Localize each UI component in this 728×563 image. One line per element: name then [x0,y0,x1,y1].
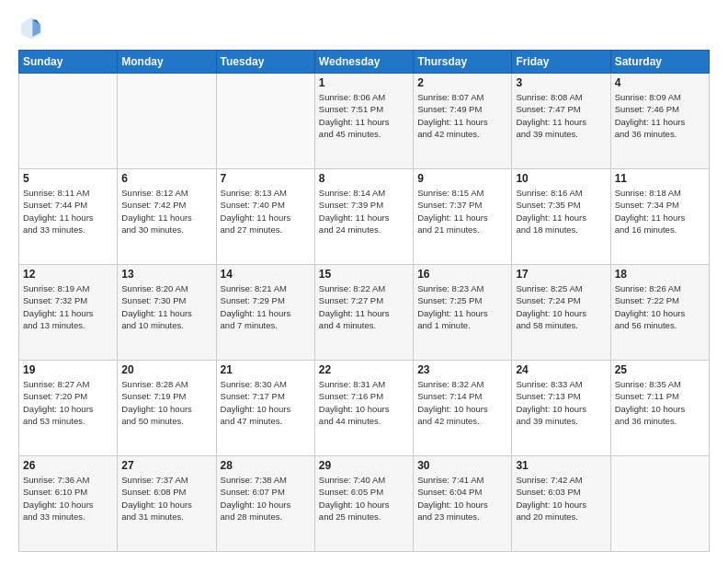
day-number: 16 [417,268,507,281]
calendar-cell: 25Sunrise: 8:35 AMSunset: 7:11 PMDayligh… [610,361,709,456]
weekday-header: Monday [118,51,216,74]
calendar-cell: 16Sunrise: 8:23 AMSunset: 7:25 PMDayligh… [414,265,512,361]
calendar-cell: 5Sunrise: 8:11 AMSunset: 7:44 PMDaylight… [19,169,118,265]
day-info: Sunrise: 8:33 AMSunset: 7:13 PMDaylight:… [516,378,606,427]
calendar-cell: 31Sunrise: 7:42 AMSunset: 6:03 PMDayligh… [512,456,610,552]
calendar: SundayMondayTuesdayWednesdayThursdayFrid… [18,50,710,552]
day-info: Sunrise: 8:09 AMSunset: 7:46 PMDaylight:… [615,91,705,140]
day-info: Sunrise: 8:21 AMSunset: 7:29 PMDaylight:… [221,282,311,331]
calendar-week-row: 19Sunrise: 8:27 AMSunset: 7:20 PMDayligh… [19,361,710,456]
day-number: 6 [121,172,211,185]
calendar-cell: 6Sunrise: 8:12 AMSunset: 7:42 PMDaylight… [118,169,216,265]
day-number: 27 [121,459,211,472]
weekday-header: Friday [512,51,610,74]
day-number: 13 [121,268,211,281]
calendar-cell: 21Sunrise: 8:30 AMSunset: 7:17 PMDayligh… [216,361,314,456]
day-number: 3 [516,76,606,89]
day-info: Sunrise: 8:25 AMSunset: 7:24 PMDaylight:… [516,282,606,331]
header [18,15,710,40]
day-info: Sunrise: 7:38 AMSunset: 6:07 PMDaylight:… [221,474,311,523]
calendar-cell: 3Sunrise: 8:08 AMSunset: 7:47 PMDaylight… [512,74,610,169]
calendar-cell: 19Sunrise: 8:27 AMSunset: 7:20 PMDayligh… [19,361,118,456]
calendar-week-row: 26Sunrise: 7:36 AMSunset: 6:10 PMDayligh… [19,456,710,552]
day-number: 12 [23,268,113,281]
day-info: Sunrise: 8:35 AMSunset: 7:11 PMDaylight:… [615,378,705,427]
calendar-cell: 22Sunrise: 8:31 AMSunset: 7:16 PMDayligh… [314,361,413,456]
calendar-cell: 26Sunrise: 7:36 AMSunset: 6:10 PMDayligh… [19,456,118,552]
day-info: Sunrise: 7:36 AMSunset: 6:10 PMDaylight:… [23,474,113,523]
calendar-cell: 9Sunrise: 8:15 AMSunset: 7:37 PMDaylight… [414,169,512,265]
day-number: 22 [319,363,409,376]
day-info: Sunrise: 8:11 AMSunset: 7:44 PMDaylight:… [23,187,113,236]
day-info: Sunrise: 8:18 AMSunset: 7:34 PMDaylight:… [615,187,705,236]
calendar-cell: 23Sunrise: 8:32 AMSunset: 7:14 PMDayligh… [414,361,512,456]
day-info: Sunrise: 8:07 AMSunset: 7:49 PMDaylight:… [417,91,507,140]
day-info: Sunrise: 7:40 AMSunset: 6:05 PMDaylight:… [319,474,409,523]
calendar-week-row: 5Sunrise: 8:11 AMSunset: 7:44 PMDaylight… [19,169,710,265]
calendar-week-row: 12Sunrise: 8:19 AMSunset: 7:32 PMDayligh… [19,265,710,361]
calendar-cell: 24Sunrise: 8:33 AMSunset: 7:13 PMDayligh… [512,361,610,456]
day-number: 11 [615,172,705,185]
day-info: Sunrise: 8:30 AMSunset: 7:17 PMDaylight:… [221,378,311,427]
day-number: 24 [516,363,606,376]
day-info: Sunrise: 8:32 AMSunset: 7:14 PMDaylight:… [417,378,507,427]
day-info: Sunrise: 8:16 AMSunset: 7:35 PMDaylight:… [516,187,606,236]
weekday-header: Wednesday [314,51,413,74]
day-number: 7 [221,172,311,185]
day-number: 28 [221,459,311,472]
calendar-header-row: SundayMondayTuesdayWednesdayThursdayFrid… [19,51,710,74]
day-number: 9 [417,172,507,185]
calendar-cell: 11Sunrise: 8:18 AMSunset: 7:34 PMDayligh… [610,169,709,265]
day-number: 18 [615,268,705,281]
day-number: 4 [615,76,705,89]
weekday-header: Saturday [610,51,709,74]
day-info: Sunrise: 8:31 AMSunset: 7:16 PMDaylight:… [319,378,409,427]
calendar-cell: 17Sunrise: 8:25 AMSunset: 7:24 PMDayligh… [512,265,610,361]
day-number: 31 [516,459,606,472]
calendar-cell: 1Sunrise: 8:06 AMSunset: 7:51 PMDaylight… [314,74,413,169]
day-number: 21 [221,363,311,376]
logo-icon [18,15,44,40]
calendar-cell [118,74,216,169]
calendar-cell [19,74,118,169]
day-info: Sunrise: 7:41 AMSunset: 6:04 PMDaylight:… [417,474,507,523]
day-info: Sunrise: 8:23 AMSunset: 7:25 PMDaylight:… [417,282,507,331]
day-number: 25 [615,363,705,376]
day-number: 10 [516,172,606,185]
day-number: 5 [23,172,113,185]
calendar-cell: 27Sunrise: 7:37 AMSunset: 6:08 PMDayligh… [118,456,216,552]
calendar-cell: 15Sunrise: 8:22 AMSunset: 7:27 PMDayligh… [314,265,413,361]
day-info: Sunrise: 8:14 AMSunset: 7:39 PMDaylight:… [319,187,409,236]
day-info: Sunrise: 7:37 AMSunset: 6:08 PMDaylight:… [121,474,211,523]
day-info: Sunrise: 7:42 AMSunset: 6:03 PMDaylight:… [516,474,606,523]
calendar-cell: 18Sunrise: 8:26 AMSunset: 7:22 PMDayligh… [610,265,709,361]
weekday-header: Sunday [19,51,118,74]
day-info: Sunrise: 8:19 AMSunset: 7:32 PMDaylight:… [23,282,113,331]
day-number: 17 [516,268,606,281]
day-info: Sunrise: 8:27 AMSunset: 7:20 PMDaylight:… [23,378,113,427]
day-info: Sunrise: 8:20 AMSunset: 7:30 PMDaylight:… [121,282,211,331]
weekday-header: Tuesday [216,51,314,74]
day-number: 15 [319,268,409,281]
day-info: Sunrise: 8:08 AMSunset: 7:47 PMDaylight:… [516,91,606,140]
page: SundayMondayTuesdayWednesdayThursdayFrid… [0,0,728,563]
logo [18,15,48,40]
day-info: Sunrise: 8:12 AMSunset: 7:42 PMDaylight:… [121,187,211,236]
calendar-cell: 2Sunrise: 8:07 AMSunset: 7:49 PMDaylight… [414,74,512,169]
calendar-cell: 29Sunrise: 7:40 AMSunset: 6:05 PMDayligh… [314,456,413,552]
weekday-header: Thursday [414,51,512,74]
calendar-cell: 8Sunrise: 8:14 AMSunset: 7:39 PMDaylight… [314,169,413,265]
day-number: 1 [319,76,409,89]
calendar-cell [216,74,314,169]
calendar-cell: 7Sunrise: 8:13 AMSunset: 7:40 PMDaylight… [216,169,314,265]
day-number: 8 [319,172,409,185]
calendar-cell: 30Sunrise: 7:41 AMSunset: 6:04 PMDayligh… [414,456,512,552]
calendar-cell: 10Sunrise: 8:16 AMSunset: 7:35 PMDayligh… [512,169,610,265]
day-number: 23 [417,363,507,376]
day-number: 2 [417,76,507,89]
day-number: 26 [23,459,113,472]
calendar-cell: 28Sunrise: 7:38 AMSunset: 6:07 PMDayligh… [216,456,314,552]
day-info: Sunrise: 8:06 AMSunset: 7:51 PMDaylight:… [319,91,409,140]
day-number: 14 [221,268,311,281]
calendar-cell: 14Sunrise: 8:21 AMSunset: 7:29 PMDayligh… [216,265,314,361]
